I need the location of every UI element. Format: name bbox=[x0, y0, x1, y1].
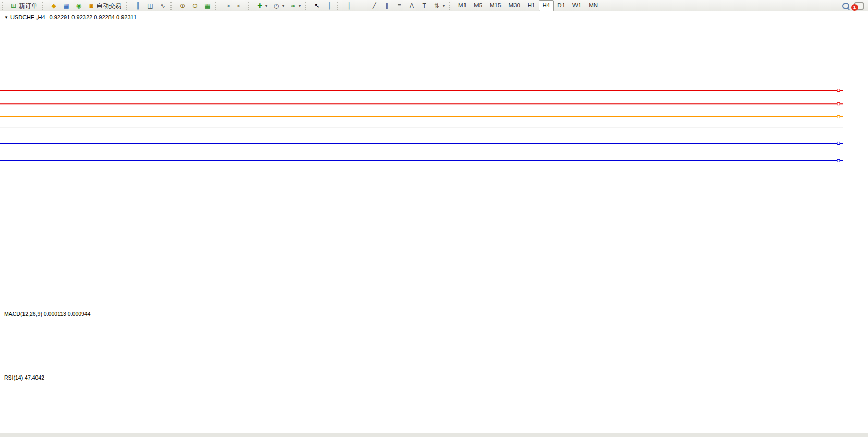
indicators-icon: ✚ bbox=[256, 3, 263, 9]
timeframe-button-M15[interactable]: M15 bbox=[486, 0, 505, 11]
chart-symbol-label: USDCHF-,H4 bbox=[10, 14, 45, 20]
signal-icon: ◉ bbox=[75, 3, 82, 9]
signal-button[interactable]: ◉ bbox=[72, 0, 85, 11]
toolbar-grip bbox=[42, 2, 45, 10]
zoom-in-button[interactable]: ⊕ bbox=[176, 0, 189, 11]
timeframe-button-H4[interactable]: H4 bbox=[539, 0, 554, 11]
bar-chart-button[interactable]: ╫ bbox=[131, 0, 144, 11]
zoom-out-icon: ⊖ bbox=[191, 3, 199, 9]
bar-chart-icon: ╫ bbox=[134, 3, 141, 9]
channel-icon: ∥ bbox=[383, 3, 390, 9]
channel-button[interactable]: ∥ bbox=[381, 0, 393, 11]
new-order-button-label: 新订单 bbox=[19, 2, 38, 10]
price-chart[interactable] bbox=[0, 11, 868, 433]
candlestick-icon: ◫ bbox=[146, 3, 154, 9]
text-icon: A bbox=[408, 3, 415, 9]
tile-windows-icon: ▦ bbox=[204, 3, 211, 9]
text-button[interactable]: A bbox=[406, 0, 418, 11]
zoom-in-icon: ⊕ bbox=[179, 3, 186, 9]
auto-trading-button[interactable]: ◙自动交易 bbox=[85, 0, 124, 11]
timeframe-button-W1[interactable]: W1 bbox=[569, 0, 585, 11]
macd-label: MACD(12,26,9) 0.000113 0.000944 bbox=[4, 311, 91, 317]
timeframe-button-MN[interactable]: MN bbox=[585, 0, 602, 11]
chart-ohlc-values: 0.92291 0.92322 0.92284 0.92311 bbox=[50, 14, 137, 20]
timeframe-button-H1[interactable]: H1 bbox=[524, 0, 539, 11]
chart-title: ▼USDCHF-,H40.92291 0.92322 0.92284 0.923… bbox=[4, 14, 137, 20]
timeframe-button-M30[interactable]: M30 bbox=[505, 0, 523, 11]
profiles-button[interactable]: ◆ bbox=[47, 0, 60, 11]
indicators-button[interactable]: ✚▾ bbox=[253, 0, 270, 11]
chevron-down-icon[interactable]: ▾ bbox=[265, 4, 267, 8]
toolbar-grip bbox=[449, 2, 453, 10]
auto-scroll-icon: ⇥ bbox=[224, 3, 231, 9]
chevron-down-icon[interactable]: ▾ bbox=[282, 4, 284, 8]
chevron-down-icon[interactable]: ▾ bbox=[443, 4, 445, 8]
chart-shift-button[interactable]: ⇤ bbox=[234, 0, 246, 11]
tile-windows-button[interactable]: ▦ bbox=[201, 0, 214, 11]
toolbar-grip bbox=[2, 2, 5, 10]
toolbar-grip bbox=[248, 2, 251, 10]
notifications-icon[interactable]: 1 bbox=[854, 2, 864, 10]
toolbar-grip bbox=[215, 2, 219, 10]
rsi-label: RSI(14) 47.4042 bbox=[4, 374, 44, 381]
text-label-button[interactable]: T bbox=[418, 0, 431, 11]
auto-trading-button-label: 自动交易 bbox=[96, 2, 121, 10]
toolbar-grip bbox=[305, 2, 309, 10]
fibo-icon: ≡ bbox=[396, 3, 403, 9]
window-bottom-strip bbox=[0, 433, 868, 437]
line-chart-button[interactable]: ∿ bbox=[156, 0, 169, 11]
crosshair-button[interactable]: ┼ bbox=[323, 0, 336, 11]
cursor-icon: ↖ bbox=[313, 3, 321, 9]
chart-window: ▼USDCHF-,H40.92291 0.92322 0.92284 0.923… bbox=[0, 11, 868, 437]
notification-badge: 1 bbox=[851, 4, 858, 11]
profiles-icon: ◆ bbox=[50, 3, 57, 9]
candlestick-chart-button[interactable]: ◫ bbox=[144, 0, 156, 11]
templates-button[interactable]: ≈▾ bbox=[287, 0, 303, 11]
auto-scroll-button[interactable]: ⇥ bbox=[221, 0, 234, 11]
market-watch-button[interactable]: ▦ bbox=[60, 0, 72, 11]
periods-button[interactable]: ◷▾ bbox=[270, 0, 287, 11]
toolbar-grip bbox=[170, 2, 174, 10]
vertical-line-button[interactable]: │ bbox=[343, 0, 356, 11]
fibonacci-button[interactable]: ≡ bbox=[393, 0, 406, 11]
label-icon: T bbox=[421, 3, 428, 9]
timeframe-button-M1[interactable]: M1 bbox=[455, 0, 470, 11]
horizontal-line-button[interactable]: ─ bbox=[356, 0, 368, 11]
vline-icon: │ bbox=[346, 3, 353, 9]
search-icon[interactable] bbox=[842, 3, 849, 9]
symbol-dropdown-icon[interactable]: ▼ bbox=[4, 15, 8, 20]
periods-icon: ◷ bbox=[273, 3, 280, 9]
timeframe-button-D1[interactable]: D1 bbox=[554, 0, 569, 11]
chevron-down-icon[interactable]: ▾ bbox=[299, 4, 301, 8]
chart-shift-icon: ⇤ bbox=[236, 3, 243, 9]
new-order-icon: ⊞ bbox=[10, 3, 17, 9]
timeframe-button-M5[interactable]: M5 bbox=[470, 0, 486, 11]
auto-trading-icon: ◙ bbox=[88, 3, 95, 9]
crosshair-icon: ┼ bbox=[326, 3, 333, 9]
market-watch-icon: ▦ bbox=[63, 3, 70, 9]
templates-icon: ≈ bbox=[289, 3, 297, 9]
line-chart-icon: ∿ bbox=[159, 3, 166, 9]
new-order-button[interactable]: ⊞新订单 bbox=[7, 0, 40, 11]
trendline-button[interactable]: ╱ bbox=[368, 0, 381, 11]
cursor-button[interactable]: ↖ bbox=[311, 0, 323, 11]
trendline-icon: ╱ bbox=[371, 3, 378, 9]
arrows-button[interactable]: ⇅▾ bbox=[431, 0, 447, 11]
toolbar-grip bbox=[126, 2, 129, 10]
top-toolbar: ⊞新订单◆▦◉◙自动交易╫◫∿⊕⊖▦⇥⇤✚▾◷▾≈▾↖┼│─╱∥≡AT⇅▾M1M… bbox=[0, 0, 868, 12]
toolbar-grip bbox=[337, 2, 341, 10]
zoom-out-button[interactable]: ⊖ bbox=[189, 0, 201, 11]
arrows-icon: ⇅ bbox=[433, 3, 441, 9]
hline-icon: ─ bbox=[358, 3, 365, 9]
